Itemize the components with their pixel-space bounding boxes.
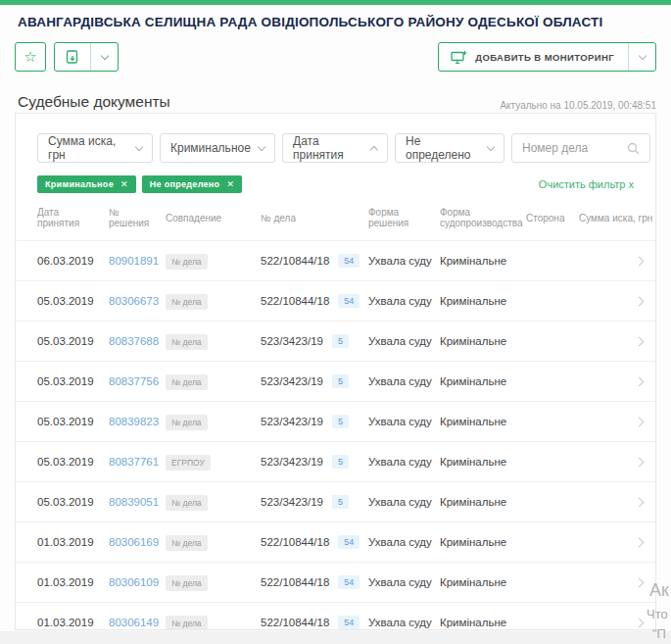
monitoring-dropdown-button[interactable]	[628, 43, 655, 71]
cell-case-number: 523/3423/19	[261, 375, 323, 387]
chevron-right-icon[interactable]	[635, 498, 645, 508]
table-row[interactable]: 05.03.2019 80839051 № дела 523/3423/19 5…	[16, 481, 655, 521]
cell-case-number: 522/10844/18	[261, 536, 329, 548]
decision-number-link[interactable]: 80839823	[109, 416, 159, 427]
favorite-button[interactable]: ☆	[15, 42, 46, 72]
table-row[interactable]: 05.03.2019 80837761 ЕГРПОУ 523/3423/19 5…	[16, 441, 655, 481]
chevron-right-icon[interactable]	[635, 418, 645, 427]
close-icon[interactable]: ✕	[120, 179, 128, 189]
active-filters-row: Криминальное ✕ Не определено ✕ Очистить …	[37, 175, 634, 193]
overlay-text-fragment: Ак	[649, 580, 669, 601]
col-header-proceeding-form: Форма судопроизводства	[440, 207, 526, 228]
decision-number-link[interactable]: 80306149	[109, 617, 159, 628]
cell-proceeding-form: Кримінальне	[440, 536, 526, 548]
case-count-badge[interactable]: 5	[332, 495, 349, 509]
case-count-badge[interactable]: 54	[338, 254, 359, 268]
cell-proceeding-form: Кримінальне	[440, 496, 526, 508]
case-count-badge[interactable]: 5	[332, 334, 349, 348]
table-body: 06.03.2019 80901891 № дела 522/10844/18 …	[16, 240, 655, 630]
match-badge: ЕГРПОУ	[166, 455, 211, 471]
case-count-badge[interactable]: 54	[338, 616, 359, 629]
filter-date-value: Дата принятия	[293, 134, 371, 162]
section-title: Судебные документы	[18, 93, 170, 111]
chevron-right-icon[interactable]	[635, 377, 645, 387]
chevron-right-icon[interactable]	[635, 257, 645, 267]
cell-proceeding-form: Кримінальне	[440, 295, 526, 307]
chevron-down-icon	[487, 142, 495, 150]
documents-card: Сумма иска, грн Криминальное Дата принят…	[15, 113, 656, 630]
filter-claim-sum-value: Сумма иска, грн	[48, 134, 136, 162]
case-count-badge[interactable]: 5	[332, 455, 349, 469]
chevron-right-icon[interactable]	[635, 538, 645, 548]
filter-date-select[interactable]: Дата принятия	[282, 133, 388, 163]
table-row[interactable]: 05.03.2019 80306673 № дела 522/10844/18 …	[16, 280, 655, 321]
case-number-input[interactable]	[522, 141, 620, 155]
decision-number-link[interactable]: 80837761	[109, 456, 159, 468]
table-row[interactable]: 01.03.2019 80306169 № дела 522/10844/18 …	[16, 521, 655, 562]
chevron-right-icon[interactable]	[635, 337, 645, 347]
cell-case-number: 523/3423/19	[261, 335, 323, 347]
case-number-search	[511, 133, 650, 163]
decision-number-link[interactable]: 80837756	[109, 375, 159, 387]
table-row[interactable]: 05.03.2019 80837688 № дела 523/3423/19 5…	[16, 321, 655, 361]
table-row[interactable]: 05.03.2019 80837756 № дела 523/3423/19 5…	[16, 361, 655, 401]
chevron-right-icon[interactable]	[635, 297, 645, 307]
table-row[interactable]: 06.03.2019 80901891 № дела 522/10844/18 …	[16, 240, 655, 280]
decision-number-link[interactable]: 80306109	[109, 576, 159, 588]
filter-claim-sum-select[interactable]: Сумма иска, грн	[37, 133, 153, 163]
col-header-side: Сторона	[526, 213, 579, 223]
cell-decision-form: Ухвала суду	[368, 617, 440, 628]
monitoring-button-group: ДОБАВИТЬ В МОНИТОРИНГ	[438, 42, 656, 72]
overlay-text-fragment: "П	[652, 626, 666, 641]
filter-tag-label: Криминальное	[45, 179, 114, 189]
col-header-decision: № решения	[109, 207, 166, 228]
top-accent-bar	[0, 0, 671, 5]
match-badge: № дела	[166, 616, 208, 630]
cell-proceeding-form: Кримінальне	[440, 416, 526, 427]
decision-number-link[interactable]: 80837688	[109, 335, 159, 347]
filter-undefined-select[interactable]: Не определено	[395, 133, 504, 163]
case-count-badge[interactable]: 5	[332, 374, 349, 388]
filter-tag-criminal[interactable]: Криминальное ✕	[37, 175, 136, 193]
match-badge: № дела	[166, 415, 208, 430]
overlay-text-fragment: Что	[647, 607, 668, 621]
export-button[interactable]	[55, 43, 90, 71]
decision-number-link[interactable]: 80306169	[109, 536, 159, 548]
filter-tag-undefined[interactable]: Не определено ✕	[142, 175, 242, 193]
case-count-badge[interactable]: 54	[338, 575, 359, 589]
cell-decision-form: Ухвала суду	[368, 536, 440, 548]
chevron-right-icon[interactable]	[635, 458, 645, 468]
decision-number-link[interactable]: 80839051	[109, 496, 159, 508]
cell-case-number: 522/10844/18	[261, 576, 329, 588]
case-count-badge[interactable]: 54	[338, 535, 359, 549]
table-row[interactable]: 01.03.2019 80306149 № дела 522/10844/18 …	[16, 602, 655, 630]
close-icon[interactable]: ✕	[226, 179, 234, 189]
clear-filter-link[interactable]: Очистить фильтр х	[539, 178, 634, 190]
chevron-down-icon	[135, 142, 143, 150]
chevron-right-icon[interactable]	[635, 578, 645, 588]
table-row[interactable]: 05.03.2019 80839823 № дела 523/3423/19 5…	[16, 401, 655, 441]
table-row[interactable]: 01.03.2019 80306109 № дела 522/10844/18 …	[16, 562, 655, 602]
match-badge: № дела	[166, 294, 208, 310]
case-count-badge[interactable]: 54	[338, 294, 359, 308]
cell-date: 01.03.2019	[37, 576, 109, 588]
add-to-monitoring-button[interactable]: ДОБАВИТЬ В МОНИТОРИНГ	[439, 43, 628, 71]
cell-decision-form: Ухвала суду	[368, 375, 440, 387]
filter-case-type-value: Криминальное	[170, 141, 251, 155]
export-button-group	[54, 42, 119, 72]
chevron-down-icon	[638, 51, 646, 59]
cell-date: 01.03.2019	[37, 617, 109, 628]
cell-decision-form: Ухвала суду	[368, 416, 440, 427]
decision-number-link[interactable]: 80901891	[109, 255, 159, 267]
filter-case-type-select[interactable]: Криминальное	[160, 133, 275, 163]
cell-proceeding-form: Кримінальне	[440, 456, 526, 468]
cell-decision-form: Ухвала суду	[368, 255, 440, 267]
chevron-right-icon[interactable]	[635, 619, 645, 628]
cell-decision-form: Ухвала суду	[368, 456, 440, 468]
match-badge: № дела	[166, 535, 208, 551]
case-count-badge[interactable]: 5	[332, 415, 349, 428]
decision-number-link[interactable]: 80306673	[109, 295, 159, 307]
cell-decision-form: Ухвала суду	[368, 576, 440, 588]
match-badge: № дела	[166, 334, 208, 350]
export-dropdown-button[interactable]	[90, 43, 118, 71]
